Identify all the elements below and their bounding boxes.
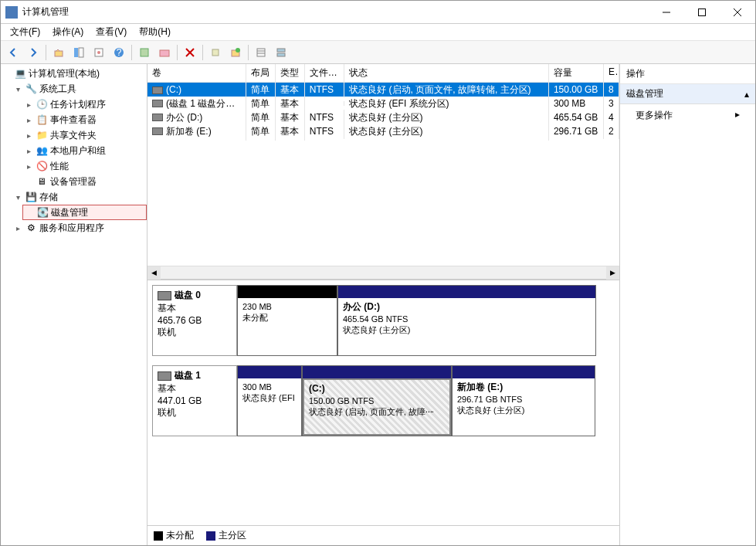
tree-panel[interactable]: 💻计算机管理(本地) ▾🔧系统工具 ▸🕒任务计划程序 ▸📋事件查看器 ▸📁共享文…	[1, 64, 147, 545]
svg-point-8	[97, 51, 100, 54]
disk-icon	[158, 291, 171, 300]
svg-rect-22	[277, 53, 285, 56]
center-panel: 卷 布局 类型 文件系统 状态 容量 E (C:)简单基本NTFS状态良好 (启…	[147, 64, 620, 545]
partition[interactable]: 新加卷 (E:)296.71 GB NTFS状态良好 (主分区)	[452, 365, 595, 436]
new-button[interactable]	[226, 43, 245, 62]
svg-rect-18	[257, 49, 265, 56]
menu-help[interactable]: 帮助(H)	[133, 24, 177, 40]
svg-rect-5	[74, 48, 78, 57]
scroll-left-icon[interactable]: ◀	[147, 266, 161, 280]
tree-systools[interactable]: ▾🔧系统工具	[12, 81, 147, 97]
tree-users[interactable]: ▸👥本地用户和组	[22, 143, 147, 158]
partition[interactable]: 300 MB状态良好 (EFI	[237, 365, 302, 436]
titlebar: 计算机管理	[1, 1, 755, 24]
app-icon	[5, 6, 18, 19]
svg-rect-15	[212, 49, 219, 56]
svg-rect-21	[277, 49, 285, 52]
volume-list: 卷 布局 类型 文件系统 状态 容量 E (C:)简单基本NTFS状态良好 (启…	[147, 64, 619, 280]
computer-icon: 💻	[14, 67, 26, 80]
disk-graphical[interactable]: 磁盘 0基本465.76 GB联机230 MB未分配办公 (D:)465.54 …	[147, 280, 619, 525]
tree-eventviewer[interactable]: ▸📋事件查看器	[22, 112, 147, 127]
svg-text:?: ?	[117, 47, 122, 58]
disk-icon: 💽	[36, 206, 49, 219]
tree-shared[interactable]: ▸📁共享文件夹	[22, 127, 147, 143]
disk-info[interactable]: 磁盘 0基本465.76 GB联机	[152, 285, 237, 356]
col-type[interactable]: 类型	[276, 64, 305, 82]
tree-scheduler[interactable]: ▸🕒任务计划程序	[22, 97, 147, 112]
svg-rect-4	[55, 51, 63, 56]
tree-diskmgmt[interactable]: 💽磁盘管理	[22, 205, 147, 220]
disk-row: 磁盘 1基本447.01 GB联机300 MB状态良好 (EFI(C:)150.…	[152, 365, 615, 436]
col-layout[interactable]: 布局	[246, 64, 276, 82]
disk-row: 磁盘 0基本465.76 GB联机230 MB未分配办公 (D:)465.54 …	[152, 285, 615, 356]
help-button[interactable]: ?	[110, 43, 128, 62]
actions-more[interactable]: 更多操作▸	[620, 104, 755, 127]
legend-unalloc-swatch	[154, 531, 163, 541]
partition[interactable]: 办公 (D:)465.54 GB NTFS状态良好 (主分区)	[337, 285, 596, 356]
menu-view[interactable]: 查看(V)	[90, 24, 133, 40]
forward-button[interactable]	[24, 43, 42, 62]
delete-button[interactable]	[181, 43, 199, 62]
svg-point-17	[236, 48, 240, 53]
action1-button[interactable]	[206, 43, 225, 62]
show-hide-tree-button[interactable]	[69, 43, 88, 62]
list-view-button[interactable]	[252, 43, 270, 62]
tree-storage[interactable]: ▾💾存储	[12, 189, 147, 205]
svg-rect-11	[141, 49, 148, 56]
event-icon: 📋	[36, 114, 48, 126]
services-icon: ⚙	[25, 222, 37, 234]
menu-action[interactable]: 操作(A)	[46, 24, 90, 40]
drive-icon	[152, 100, 163, 107]
col-volume[interactable]: 卷	[147, 64, 246, 82]
disk-info[interactable]: 磁盘 1基本447.01 GB联机	[152, 365, 237, 436]
toolbar: ?	[1, 41, 755, 64]
volume-rows[interactable]: (C:)简单基本NTFS状态良好 (启动, 页面文件, 故障转储, 主分区)15…	[147, 83, 619, 266]
actions-group[interactable]: 磁盘管理▴	[620, 84, 755, 104]
drive-icon	[152, 86, 163, 94]
drive-icon	[152, 127, 163, 135]
partition[interactable]: 230 MB未分配	[237, 285, 337, 356]
col-status[interactable]: 状态	[344, 64, 549, 82]
tree-devmgr[interactable]: 🖥设备管理器	[22, 174, 147, 189]
properties-button[interactable]	[90, 43, 108, 62]
device-icon: 🖥	[36, 175, 48, 188]
legend: 未分配 主分区	[147, 525, 619, 545]
storage-icon: 💾	[25, 191, 37, 203]
shared-icon: 📁	[36, 129, 48, 141]
users-icon: 👥	[36, 144, 48, 157]
partition[interactable]: (C:)150.00 GB NTFS状态良好 (启动, 页面文件, 故障᠁	[302, 365, 452, 436]
legend-primary-swatch	[206, 531, 215, 541]
back-button[interactable]	[4, 43, 22, 62]
col-capacity[interactable]: 容量	[549, 64, 604, 82]
col-fs[interactable]: 文件系统	[305, 64, 344, 82]
tree-services[interactable]: ▸⚙服务和应用程序	[12, 220, 147, 236]
volume-header: 卷 布局 类型 文件系统 状态 容量 E	[147, 64, 619, 83]
collapse-icon: ▴	[744, 89, 749, 100]
col-free[interactable]: E	[604, 64, 619, 82]
menubar: 文件(F) 操作(A) 查看(V) 帮助(H)	[1, 24, 755, 41]
svg-rect-12	[160, 50, 169, 56]
svg-rect-1	[699, 8, 706, 15]
tree-perf[interactable]: ▸🚫性能	[22, 158, 147, 174]
h-scrollbar[interactable]: ◀ ▶	[147, 266, 619, 279]
maximize-button[interactable]	[684, 1, 720, 23]
scheduler-icon: 🕒	[36, 98, 48, 110]
perf-icon: 🚫	[36, 160, 48, 172]
minimize-button[interactable]	[649, 1, 684, 23]
actions-title: 操作	[620, 64, 755, 84]
settings-button[interactable]	[155, 43, 174, 62]
tools-icon: 🔧	[25, 83, 37, 95]
drive-icon	[152, 114, 163, 121]
detail-view-button[interactable]	[272, 43, 290, 62]
disk-icon	[158, 371, 171, 381]
close-button[interactable]	[720, 1, 755, 23]
volume-row[interactable]: 新加卷 (E:)简单基本NTFS状态良好 (主分区)296.71 GB2	[147, 124, 619, 138]
up-button[interactable]	[49, 43, 68, 62]
menu-file[interactable]: 文件(F)	[4, 24, 46, 40]
actions-panel: 操作 磁盘管理▴ 更多操作▸	[620, 64, 755, 545]
scroll-right-icon[interactable]: ▶	[606, 266, 619, 280]
tree-root[interactable]: 💻计算机管理(本地)	[1, 66, 147, 81]
refresh-button[interactable]	[135, 43, 154, 62]
window-title: 计算机管理	[22, 5, 649, 19]
svg-rect-6	[79, 48, 83, 57]
